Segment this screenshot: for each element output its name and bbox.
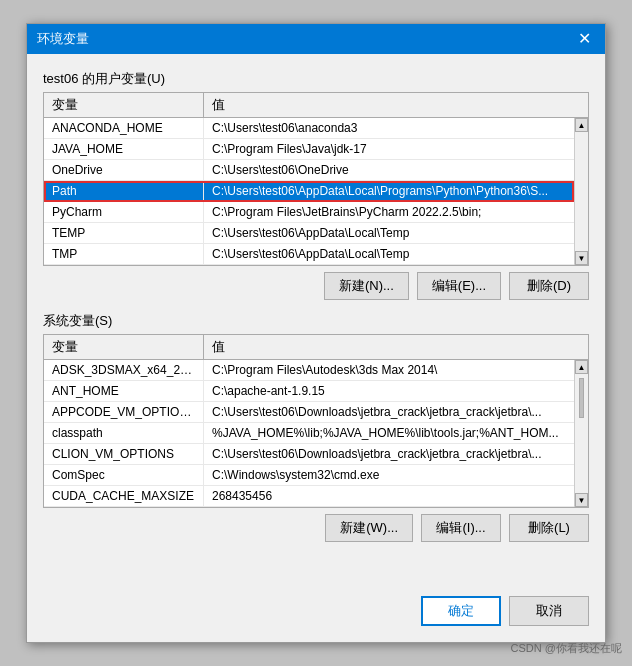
sys-var-cell: ADSK_3DSMAX_x64_2014 — [44, 360, 204, 380]
close-button[interactable]: ✕ — [574, 31, 595, 47]
user-var-cell: TEMP — [44, 223, 204, 243]
table-row[interactable]: ANACONDA_HOMEC:\Users\test06\anaconda3 — [44, 118, 574, 139]
table-row[interactable]: TEMPC:\Users\test06\AppData\Local\Temp — [44, 223, 574, 244]
user-var-cell: ANACONDA_HOME — [44, 118, 204, 138]
sys-scrollbar[interactable]: ▲ ▼ — [574, 360, 588, 507]
sys-scroll-thumb[interactable] — [579, 378, 584, 418]
table-row[interactable]: APPCODE_VM_OPTIONSC:\Users\test06\Downlo… — [44, 402, 574, 423]
sys-variables-section: 系统变量(S) 变量 值 ADSK_3DSMAX_x64_2014C:\Prog… — [43, 312, 589, 542]
user-val-cell: C:\Users\test06\AppData\Local\Temp — [204, 223, 574, 243]
user-scroll-up[interactable]: ▲ — [575, 118, 588, 132]
sys-var-cell: ANT_HOME — [44, 381, 204, 401]
sys-delete-button[interactable]: 删除(L) — [509, 514, 589, 542]
user-variables-table: 变量 值 ANACONDA_HOMEC:\Users\test06\anacon… — [43, 92, 589, 266]
sys-edit-button[interactable]: 编辑(I)... — [421, 514, 501, 542]
user-val-cell: C:\Users\test06\AppData\Local\Temp — [204, 244, 574, 264]
sys-val-cell: C:\Windows\system32\cmd.exe — [204, 465, 574, 485]
table-row[interactable]: PathC:\Users\test06\AppData\Local\Progra… — [44, 181, 574, 202]
sys-scroll-down[interactable]: ▼ — [575, 493, 588, 507]
sys-col2-header: 值 — [204, 335, 588, 359]
dialog-body: test06 的用户变量(U) 变量 值 ANACONDA_HOMEC:\Use… — [27, 54, 605, 584]
user-var-cell: Path — [44, 181, 204, 201]
user-val-cell: C:\Program Files\JetBrains\PyCharm 2022.… — [204, 202, 574, 222]
sys-table-body[interactable]: ADSK_3DSMAX_x64_2014C:\Program Files\Aut… — [44, 360, 588, 507]
user-val-cell: C:\Program Files\Java\jdk-17 — [204, 139, 574, 159]
user-scrollbar[interactable]: ▲ ▼ — [574, 118, 588, 265]
user-scroll-down[interactable]: ▼ — [575, 251, 588, 265]
table-row[interactable]: ANT_HOMEC:\apache-ant-1.9.15 — [44, 381, 574, 402]
user-var-cell: JAVA_HOME — [44, 139, 204, 159]
user-edit-button[interactable]: 编辑(E)... — [417, 272, 501, 300]
sys-col1-header: 变量 — [44, 335, 204, 359]
user-val-cell: C:\Users\test06\anaconda3 — [204, 118, 574, 138]
sys-val-cell: 268435456 — [204, 486, 574, 506]
user-table-header: 变量 值 — [44, 93, 588, 118]
table-row[interactable]: OneDriveC:\Users\test06\OneDrive — [44, 160, 574, 181]
sys-section-label: 系统变量(S) — [43, 312, 589, 330]
sys-new-button[interactable]: 新建(W)... — [325, 514, 413, 542]
sys-val-cell: C:\Users\test06\Downloads\jetbra_crack\j… — [204, 402, 574, 422]
user-var-cell: OneDrive — [44, 160, 204, 180]
sys-table-header: 变量 值 — [44, 335, 588, 360]
sys-var-cell: CLION_VM_OPTIONS — [44, 444, 204, 464]
user-var-cell: TMP — [44, 244, 204, 264]
sys-val-cell: C:\apache-ant-1.9.15 — [204, 381, 574, 401]
dialog-title: 环境变量 — [37, 30, 89, 48]
table-row[interactable]: TMPC:\Users\test06\AppData\Local\Temp — [44, 244, 574, 265]
user-table-body[interactable]: ANACONDA_HOMEC:\Users\test06\anaconda3JA… — [44, 118, 588, 265]
user-section-label: test06 的用户变量(U) — [43, 70, 589, 88]
table-row[interactable]: PyCharmC:\Program Files\JetBrains\PyChar… — [44, 202, 574, 223]
user-val-cell: C:\Users\test06\OneDrive — [204, 160, 574, 180]
environment-variables-dialog: 环境变量 ✕ test06 的用户变量(U) 变量 值 ANACONDA_HOM… — [26, 23, 606, 643]
sys-var-cell: ComSpec — [44, 465, 204, 485]
user-button-row: 新建(N)... 编辑(E)... 删除(D) — [43, 272, 589, 300]
table-row[interactable]: ADSK_3DSMAX_x64_2014C:\Program Files\Aut… — [44, 360, 574, 381]
sys-var-cell: CUDA_CACHE_MAXSIZE — [44, 486, 204, 506]
table-row[interactable]: JAVA_HOMEC:\Program Files\Java\jdk-17 — [44, 139, 574, 160]
sys-val-cell: C:\Users\test06\Downloads\jetbra_crack\j… — [204, 444, 574, 464]
ok-button[interactable]: 确定 — [421, 596, 501, 626]
table-row[interactable]: classpath%JAVA_HOME%\lib;%JAVA_HOME%\lib… — [44, 423, 574, 444]
user-new-button[interactable]: 新建(N)... — [324, 272, 409, 300]
user-col1-header: 变量 — [44, 93, 204, 117]
user-var-cell: PyCharm — [44, 202, 204, 222]
table-row[interactable]: ComSpecC:\Windows\system32\cmd.exe — [44, 465, 574, 486]
user-delete-button[interactable]: 删除(D) — [509, 272, 589, 300]
user-val-cell: C:\Users\test06\AppData\Local\Programs\P… — [204, 181, 574, 201]
watermark: CSDN @你看我还在呢 — [511, 641, 622, 656]
sys-val-cell: C:\Program Files\Autodesk\3ds Max 2014\ — [204, 360, 574, 380]
sys-scroll-up[interactable]: ▲ — [575, 360, 588, 374]
cancel-button[interactable]: 取消 — [509, 596, 589, 626]
user-variables-section: test06 的用户变量(U) 变量 值 ANACONDA_HOMEC:\Use… — [43, 70, 589, 300]
sys-var-cell: classpath — [44, 423, 204, 443]
sys-val-cell: %JAVA_HOME%\lib;%JAVA_HOME%\lib\tools.ja… — [204, 423, 574, 443]
sys-variables-table: 变量 值 ADSK_3DSMAX_x64_2014C:\Program File… — [43, 334, 589, 508]
table-row[interactable]: CLION_VM_OPTIONSC:\Users\test06\Download… — [44, 444, 574, 465]
sys-button-row: 新建(W)... 编辑(I)... 删除(L) — [43, 514, 589, 542]
footer-buttons: 确定 取消 — [27, 584, 605, 642]
user-col2-header: 值 — [204, 93, 588, 117]
title-bar: 环境变量 ✕ — [27, 24, 605, 54]
sys-var-cell: APPCODE_VM_OPTIONS — [44, 402, 204, 422]
table-row[interactable]: CUDA_CACHE_MAXSIZE268435456 — [44, 486, 574, 507]
